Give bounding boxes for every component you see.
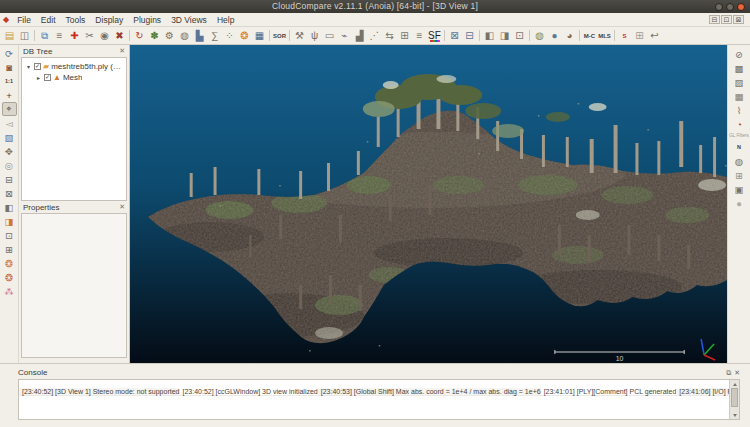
translate-rotate-icon[interactable]: ✚ [67, 28, 82, 43]
contour-icon[interactable]: ⌁ [337, 28, 352, 43]
menu-plugins[interactable]: Plugins [128, 15, 166, 25]
iso-view-2-icon[interactable]: ❂ [2, 270, 17, 284]
tree-item-label[interactable]: meshtreb5th.ply (/home... [51, 62, 123, 71]
filter-a-icon[interactable]: ◧ [482, 28, 497, 43]
tree-row-file[interactable]: ▾ ✓ ▰ meshtreb5th.ply (/home... [22, 61, 126, 72]
plug-icon[interactable]: ψ [307, 28, 322, 43]
menu-tools[interactable]: Tools [61, 15, 91, 25]
console-log[interactable]: [23:40:52] [3D View 1] Stereo mode: not … [18, 379, 740, 420]
maximize-button[interactable] [726, 3, 734, 11]
console-close-icon[interactable]: ✕ [734, 369, 740, 377]
profile-icon[interactable]: ▟ [352, 28, 367, 43]
scalar-field-icon[interactable]: SF [427, 28, 442, 43]
menu-display[interactable]: Display [90, 15, 128, 25]
filter-blur-icon[interactable]: ▩ [731, 61, 748, 75]
histogram-icon[interactable]: ▙ [192, 28, 207, 43]
plugin-owl-icon[interactable]: ❂ [237, 28, 252, 43]
sf-gradient-icon[interactable]: ⊟ [462, 28, 477, 43]
back-view-icon[interactable]: ⊠ [2, 186, 17, 200]
register-icon[interactable]: ↻ [132, 28, 147, 43]
filter-depth-icon[interactable]: ▨ [731, 75, 748, 89]
checker-icon[interactable]: ▦ [252, 28, 267, 43]
sphere-blue-icon[interactable]: ● [547, 28, 562, 43]
zoom-1-1-icon[interactable]: 1:1 [2, 74, 17, 88]
menu-file[interactable]: File [12, 15, 36, 25]
expander-down-icon[interactable]: ▾ [25, 63, 32, 70]
mdi-restore-icon[interactable]: ⊡ [721, 15, 732, 24]
statistics-icon[interactable]: ∑ [207, 28, 222, 43]
sphere-green-icon[interactable]: ◍ [532, 28, 547, 43]
previous-view-icon[interactable]: ◅ [2, 116, 17, 130]
save-icon[interactable]: ◫ [17, 28, 32, 43]
minimize-button[interactable] [715, 3, 723, 11]
zoom-fit-icon[interactable]: + [2, 88, 17, 102]
3d-view[interactable]: 10 [130, 45, 727, 363]
polyline-icon[interactable]: ⋰ [367, 28, 382, 43]
magnifier-icon[interactable]: ◎ [2, 158, 17, 172]
globe-icon[interactable]: ◕ [562, 28, 577, 43]
delete-icon[interactable]: ✖ [112, 28, 127, 43]
properties-close-icon[interactable]: ✕ [119, 203, 125, 211]
left-view-icon[interactable]: ◧ [2, 200, 17, 214]
ortho-view-icon[interactable]: ▧ [2, 130, 17, 144]
segment-icon[interactable]: ✂ [82, 28, 97, 43]
canupo-icon[interactable]: ⊞ [632, 28, 647, 43]
qhull-icon[interactable]: ⊞ [731, 168, 748, 182]
cross-section-icon[interactable]: ⇆ [382, 28, 397, 43]
3d-scene[interactable]: 10 [130, 45, 727, 363]
mdi-close-icon[interactable]: ⊠ [733, 15, 744, 24]
front-view-icon[interactable]: ⊟ [2, 172, 17, 186]
sra-icon[interactable]: S [617, 28, 632, 43]
point-picking-icon[interactable]: ◉ [97, 28, 112, 43]
db-tree[interactable]: ▾ ✓ ▰ meshtreb5th.ply (/home... ▸ ✓ ▲ Me… [21, 57, 127, 201]
pole-icon[interactable]: ⌇ [731, 103, 748, 117]
sf-gaussian-icon[interactable]: ⊠ [447, 28, 462, 43]
render-image-icon[interactable]: ▣ [731, 182, 748, 196]
subsample-icon[interactable]: ⁘ [222, 28, 237, 43]
list-icon[interactable]: ≡ [412, 28, 427, 43]
filter-image-icon[interactable]: ▦ [731, 89, 748, 103]
db-tree-close-icon[interactable]: ✕ [119, 47, 125, 55]
grid-plus-icon[interactable]: ⊞ [397, 28, 412, 43]
scroll-down-icon[interactable] [730, 411, 739, 419]
menu-edit[interactable]: Edit [36, 15, 61, 25]
refresh-display-icon[interactable]: ⟳ [2, 46, 17, 60]
visibility-checkbox[interactable]: ✓ [44, 74, 51, 81]
open-icon[interactable]: ▤ [2, 28, 17, 43]
clone-icon[interactable]: ⧉ [37, 28, 52, 43]
undo-icon[interactable]: ↩ [647, 28, 662, 43]
m3c2-icon[interactable]: M-C [582, 28, 597, 43]
compute-octree-icon[interactable]: ⚙ [162, 28, 177, 43]
right-view-icon[interactable]: ◨ [2, 214, 17, 228]
apply-transformation-icon[interactable]: ≡ [52, 28, 67, 43]
rasterize-icon[interactable]: ▭ [322, 28, 337, 43]
console-scrollbar[interactable] [729, 380, 739, 419]
mdi-minimize-icon[interactable]: ⊟ [709, 15, 720, 24]
top-view-icon[interactable]: ⊡ [2, 228, 17, 242]
menu-help[interactable]: Help [212, 15, 239, 25]
tools-wrench-icon[interactable]: ⚒ [292, 28, 307, 43]
close-button[interactable] [737, 3, 745, 11]
filter-b-icon[interactable]: ◨ [497, 28, 512, 43]
titlebar[interactable]: CloudCompare v2.11.1 (Anoia) [64-bit] - … [0, 0, 750, 13]
console-float-icon[interactable]: ⧉ [726, 369, 731, 377]
iso-view-1-icon[interactable]: ❂ [2, 256, 17, 270]
stereo-dots-icon[interactable]: ⁂ [2, 284, 17, 298]
compass-icon[interactable]: ◔ [731, 117, 748, 131]
mls-icon[interactable]: MLS [597, 28, 612, 43]
tree-row-mesh[interactable]: ▸ ✓ ▲ Mesh [22, 72, 126, 83]
edl-shader-icon[interactable]: N [731, 140, 748, 154]
expander-right-icon[interactable]: ▸ [35, 74, 42, 81]
scroll-thumb[interactable] [731, 388, 738, 407]
dot-icon[interactable]: ● [731, 196, 748, 210]
mailbox-icon[interactable]: ⊡ [512, 28, 527, 43]
sampling-icon[interactable]: ◍ [177, 28, 192, 43]
no-filter-icon[interactable]: ⊘ [731, 47, 748, 61]
sor-filter-icon[interactable]: SOR [272, 28, 287, 43]
menu-3d-views[interactable]: 3D Views [166, 15, 212, 25]
pan-icon[interactable]: ✥ [2, 144, 17, 158]
bottom-view-icon[interactable]: ⊞ [2, 242, 17, 256]
tree-item-label[interactable]: Mesh [63, 73, 83, 82]
scroll-up-icon[interactable] [730, 380, 739, 388]
align-icon[interactable]: ✽ [147, 28, 162, 43]
